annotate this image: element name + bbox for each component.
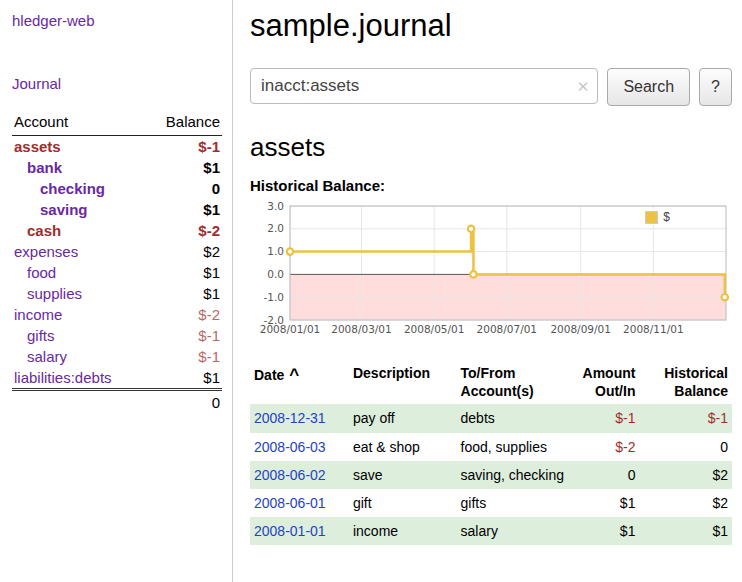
register-description: save: [349, 461, 457, 489]
account-balance: $1: [145, 262, 222, 283]
account-balance: $1: [145, 199, 222, 220]
register-row[interactable]: 2008-06-03eat & shopfood, supplies$-20: [250, 433, 732, 461]
register-description: pay off: [349, 404, 457, 432]
register-row[interactable]: 2008-06-01giftgifts$1$2: [250, 489, 732, 517]
accounts-total-value: 0: [145, 390, 222, 414]
account-link[interactable]: food: [27, 264, 56, 281]
register-table: Date^ Description To/From Account(s) Amo…: [250, 360, 732, 545]
search-bar: ✕ Search ?: [250, 68, 732, 106]
register-row[interactable]: 2008-01-01incomesalary$1$1: [250, 517, 732, 545]
main-content: sample.journal ✕ Search ? assets Histori…: [234, 0, 742, 582]
account-row: bank$1: [12, 157, 222, 178]
account-balance: $-1: [145, 346, 222, 367]
account-balance: $1: [145, 283, 222, 304]
account-row: salary$-1: [12, 346, 222, 367]
svg-text:2.0: 2.0: [267, 222, 284, 234]
account-row: income$-2: [12, 304, 222, 325]
account-balance: $1: [145, 157, 222, 178]
help-button[interactable]: ?: [699, 68, 732, 106]
accounts-table: Account Balance assets$-1bank$1checking0…: [12, 110, 222, 413]
account-link[interactable]: bank: [27, 159, 62, 176]
register-accounts: debts: [457, 404, 569, 432]
col-accounts: To/From Account(s): [457, 360, 569, 404]
register-balance: $1: [639, 517, 732, 545]
register-header-row: Date^ Description To/From Account(s) Amo…: [250, 360, 732, 404]
account-row: cash$-2: [12, 220, 222, 241]
account-link[interactable]: salary: [27, 348, 67, 365]
svg-text:2008/05/01: 2008/05/01: [404, 323, 465, 335]
account-row: assets$-1: [12, 136, 222, 158]
nav-journal-link[interactable]: Journal: [12, 75, 222, 92]
register-amount: $-2: [568, 433, 639, 461]
col-date-label: Date: [254, 367, 284, 383]
accounts-total-spacer: [12, 390, 145, 414]
search-input[interactable]: [250, 68, 598, 104]
accounts-header-balance: Balance: [145, 110, 222, 136]
account-balance: $-1: [145, 136, 222, 158]
register-accounts: salary: [457, 517, 569, 545]
search-button[interactable]: Search: [607, 68, 690, 106]
legend-swatch-icon: [645, 211, 658, 224]
account-link[interactable]: assets: [14, 138, 61, 155]
register-amount: $-1: [568, 404, 639, 432]
register-amount: $1: [568, 517, 639, 545]
register-date-link[interactable]: 2008-06-01: [254, 495, 326, 511]
register-date-link[interactable]: 2008-06-03: [254, 439, 326, 455]
chart-legend: $: [643, 209, 672, 225]
svg-text:3.0: 3.0: [267, 200, 284, 212]
account-link[interactable]: saving: [40, 201, 88, 218]
chart-title: Historical Balance:: [250, 177, 732, 194]
account-link[interactable]: expenses: [14, 243, 78, 260]
register-balance: 0: [639, 433, 732, 461]
register-row[interactable]: 2008-12-31pay offdebts$-1$-1: [250, 404, 732, 432]
register-description: eat & shop: [349, 433, 457, 461]
account-balance: $-1: [145, 325, 222, 346]
register-date-link[interactable]: 2008-12-31: [254, 410, 326, 426]
register-description: income: [349, 517, 457, 545]
sidebar: hledger-web Journal Account Balance asse…: [0, 0, 233, 582]
account-link[interactable]: income: [14, 306, 62, 323]
page-title: sample.journal: [250, 8, 732, 44]
register-accounts: gifts: [457, 489, 569, 517]
svg-text:-1.0: -1.0: [264, 291, 285, 303]
svg-text:1.0: 1.0: [267, 245, 284, 257]
svg-text:0.0: 0.0: [267, 268, 284, 280]
account-row: supplies$1: [12, 283, 222, 304]
col-balance: Historical Balance: [639, 360, 732, 404]
account-heading: assets: [250, 132, 732, 163]
register-date-link[interactable]: 2008-06-02: [254, 467, 326, 483]
account-link[interactable]: supplies: [27, 285, 82, 302]
accounts-header-account: Account: [12, 110, 145, 136]
svg-text:2008/07/01: 2008/07/01: [477, 323, 538, 335]
col-description: Description: [349, 360, 457, 404]
svg-text:2008/03/01: 2008/03/01: [331, 323, 392, 335]
app-title-link[interactable]: hledger-web: [12, 12, 222, 29]
register-balance: $2: [639, 461, 732, 489]
account-link[interactable]: gifts: [27, 327, 55, 344]
account-link[interactable]: liabilities:debts: [14, 369, 112, 386]
register-date-link[interactable]: 2008-01-01: [254, 523, 326, 539]
account-row: saving$1: [12, 199, 222, 220]
register-balance: $2: [639, 489, 732, 517]
account-row: gifts$-1: [12, 325, 222, 346]
account-row: food$1: [12, 262, 222, 283]
account-link[interactable]: cash: [27, 222, 61, 239]
account-link[interactable]: checking: [40, 180, 105, 197]
accounts-total-row: 0: [12, 390, 222, 414]
account-row: expenses$2: [12, 241, 222, 262]
register-accounts: food, supplies: [457, 433, 569, 461]
col-amount: Amount Out/In: [568, 360, 639, 404]
svg-text:2008/09/01: 2008/09/01: [550, 323, 611, 335]
search-input-wrap: ✕: [250, 68, 598, 106]
account-row: liabilities:debts$1: [12, 367, 222, 390]
register-description: gift: [349, 489, 457, 517]
col-date[interactable]: Date^: [250, 360, 349, 404]
register-balance: $-1: [639, 404, 732, 432]
accounts-header-row: Account Balance: [12, 110, 222, 136]
register-amount: 0: [568, 461, 639, 489]
account-balance: $1: [145, 367, 222, 390]
svg-text:-2.0: -2.0: [264, 314, 285, 326]
clear-search-icon[interactable]: ✕: [577, 78, 590, 96]
register-amount: $1: [568, 489, 639, 517]
register-row[interactable]: 2008-06-02savesaving, checking0$2: [250, 461, 732, 489]
